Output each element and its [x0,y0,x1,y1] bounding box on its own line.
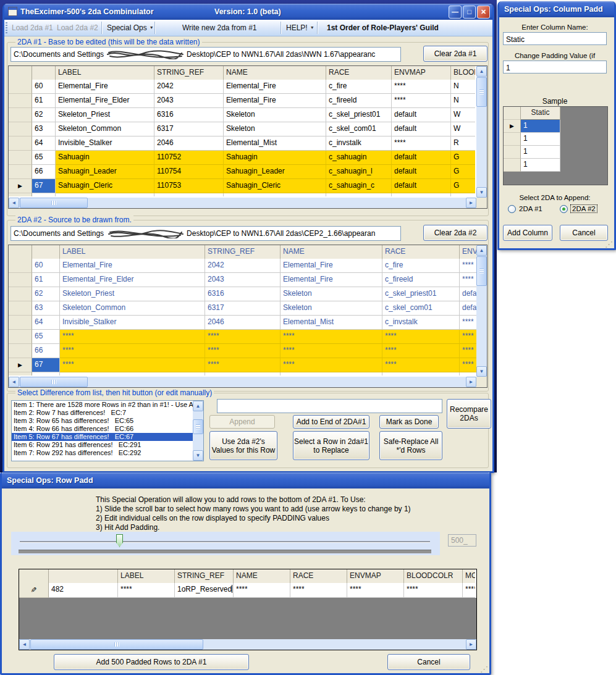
cell[interactable]: Elemental_Water_Elder [60,372,205,375]
scroll-right-icon[interactable]: ► [466,639,476,650]
cell[interactable]: **** [60,330,205,344]
table-row-current[interactable]: ▶ 67 Sahuagin_Cleric 110753 Sahuagin_Cle… [9,179,487,193]
table-row[interactable]: 63 Skeleton_Common 6317 Skeleton c_skel_… [9,301,487,316]
radio-on-icon[interactable] [560,205,568,213]
cell[interactable]: default [460,301,478,316]
radio-off-icon[interactable] [508,205,516,213]
cell[interactable]: 1 [521,159,560,172]
grid2-rownum-header[interactable] [32,245,60,259]
manual-edit-field[interactable] [217,399,442,413]
cell[interactable]: Sahuagin_Leader [56,165,154,179]
cell[interactable]: W [451,108,475,122]
grid3-col-header[interactable]: BLOODCOLR [404,569,463,584]
scroll-down-icon[interactable]: ▼ [193,450,203,461]
grid3-col-header[interactable]: NAME [234,569,290,584]
scroll-right-icon[interactable]: ► [466,198,476,208]
cell[interactable]: Skeleton_Priest [56,108,154,122]
row-number[interactable]: 63 [32,122,56,136]
cell[interactable]: **** [460,273,478,287]
cell-editing[interactable]: 1oRP_Reserved [175,583,234,598]
toolbar-special-ops[interactable]: Special Ops▼ [107,20,154,36]
path-2da1-field[interactable]: C:\Documents and SettingsDesktop\CEP to … [11,47,401,62]
scroll-left-icon[interactable]: ◄ [19,639,30,650]
column-name-input[interactable]: Static [503,32,607,45]
cell[interactable]: **** [382,344,460,358]
cell[interactable]: default [392,122,451,136]
cell[interactable]: N [451,80,475,94]
mark-as-done-button[interactable]: Mark as Done [379,415,439,429]
slider-thumb[interactable] [116,534,123,547]
table-row-partial[interactable]: 68 Elemental_Water_Elder 2051 Elemental_… [9,372,487,375]
cell[interactable]: Elemental_Fire [224,80,326,94]
table-row[interactable]: 61 Elemental_Fire_Elder 2043 Elemental_F… [9,94,487,108]
row-number[interactable]: 65 [32,151,56,165]
cell[interactable]: Skeleton [281,301,382,316]
row-number[interactable]: 64 [32,136,56,151]
row-number[interactable]: 68 [32,193,56,196]
cell[interactable]: 1 [521,120,560,133]
row-number[interactable]: 60 [32,259,60,273]
cell[interactable]: Elemental_Fire [56,80,154,94]
clear-2da1-button[interactable]: Clear 2da #1 [423,46,487,62]
cell[interactable]: 1 [521,133,560,146]
path-2da2-field[interactable]: C:\Documents and SettingsDesktop\CEP to … [11,226,401,241]
cell[interactable]: **** [382,330,460,344]
table-row-highlighted[interactable]: 66 Sahuagin_Leader 110754 Sahuagin_Leade… [9,165,487,179]
cell[interactable]: c_fireeld [326,94,392,108]
grid3-col-header[interactable]: LABEL [118,569,175,584]
cell[interactable]: **** [463,583,475,598]
cell[interactable]: Skeleton_Common [60,301,205,316]
cell[interactable]: Sahuagin_Cleric [56,179,154,193]
row-number[interactable]: 65 [32,330,60,344]
cell[interactable]: c_skel_com01 [326,122,392,136]
list-item[interactable]: Item 2: Row 7 has differences! EC:7 [12,409,203,417]
sample-row[interactable]: 1 [504,159,607,172]
cell[interactable]: c_elmwater [326,193,392,196]
cancel-button[interactable]: Cancel [387,654,470,670]
list-item[interactable]: Item 1: There are 1528 more Rows in #2 t… [12,401,193,409]
row-selector[interactable] [9,316,32,330]
row-selector[interactable] [9,165,32,179]
row-number[interactable]: 61 [32,94,56,108]
cell[interactable]: c_skel_com01 [382,301,460,316]
cell[interactable]: c_fireeld [382,273,460,287]
table-row[interactable]: 60 Elemental_Fire 2042 Elemental_Fire c_… [9,80,487,94]
cell[interactable]: Elemental_Mist [281,316,382,330]
cell[interactable]: W [451,122,475,136]
scrollbar-thumb[interactable] [30,639,203,650]
cell[interactable]: **** [290,583,347,598]
cell[interactable]: Elemental_Fire [60,259,205,273]
table-row[interactable]: 63 Skeleton_Common 6317 Skeleton c_skel_… [9,122,487,136]
cell[interactable]: G [451,179,475,193]
row-selector[interactable] [9,108,32,122]
cell[interactable]: 2043 [205,273,281,287]
grid2-corner-cell[interactable] [9,245,32,259]
row-selector[interactable] [9,344,32,358]
cell[interactable]: 2046 [154,136,224,151]
table-row[interactable]: 60 Elemental_Fire 2042 Elemental_Fire c_… [9,259,487,273]
cell[interactable]: Elemental_Fire_Elder [60,273,205,287]
cell[interactable]: c_fire [326,80,392,94]
cell[interactable]: **** [392,94,451,108]
cell[interactable]: **** [460,330,478,344]
cell[interactable]: default [392,151,451,165]
cell[interactable]: 6316 [154,108,224,122]
table-row-highlighted[interactable]: 65 Sahuagin 110752 Sahuagin c_sahuagin d… [9,151,487,165]
scroll-left-icon[interactable]: ◄ [9,198,19,208]
cell[interactable]: 6316 [205,287,281,301]
grid1-col-header[interactable]: ENVMAP [392,66,451,80]
cell[interactable]: 6317 [154,122,224,136]
cell[interactable]: N [451,94,475,108]
table-row-highlighted[interactable]: 65 **** **** **** **** **** [9,330,487,344]
cell[interactable]: **** [281,358,382,372]
cell[interactable]: Elemental_Fire_Elder [56,94,154,108]
cell[interactable]: **** [347,583,404,598]
cell[interactable]: Elemental_Water [224,193,326,196]
row-selector[interactable] [9,94,32,108]
sample-col-header[interactable]: Static [521,107,560,120]
cell[interactable]: 2051 [154,193,224,196]
row-count-field[interactable]: 500_ [448,534,476,547]
cell[interactable]: Elemental_Mist [224,136,326,151]
grid2-col-header[interactable]: NAME [281,245,382,259]
row-selector[interactable] [9,122,32,136]
